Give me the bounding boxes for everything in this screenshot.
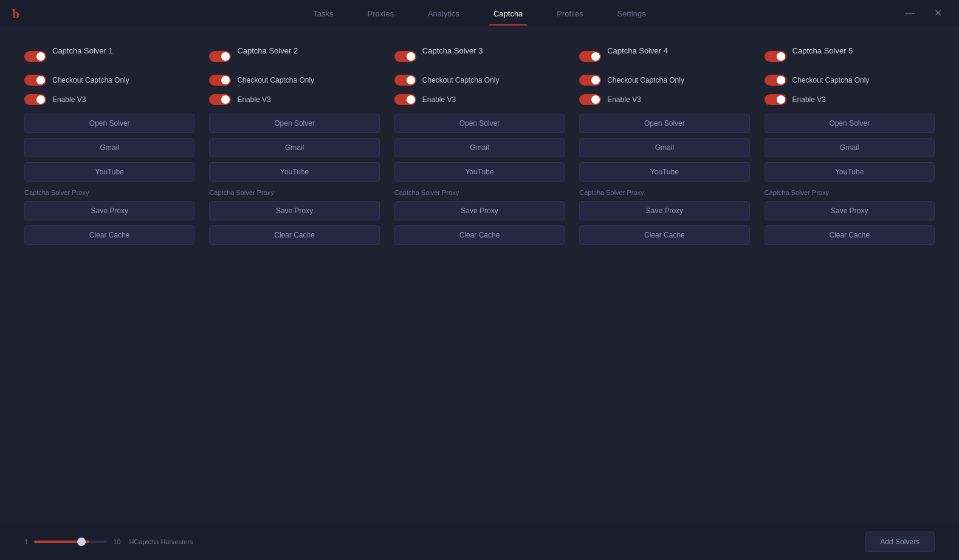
solver-2-v3-row: Enable V3: [209, 94, 379, 105]
slider-max-label: 10: [113, 538, 120, 545]
solver-4-checkout-row: Checkout Captcha Only: [579, 75, 749, 86]
solver-1-open-solver[interactable]: Open Solver: [24, 114, 194, 133]
tab-proxies[interactable]: Proxies: [351, 2, 411, 26]
solver-2-v3-toggle[interactable]: [209, 94, 231, 105]
solver-4-v3-row: Enable V3: [579, 94, 749, 105]
solver-column-2: Captcha Solver 2 Checkout Captcha Only E…: [209, 46, 379, 250]
solver-4-checkout-toggle[interactable]: [579, 75, 601, 86]
solver-3-main-toggle[interactable]: [394, 51, 416, 62]
solver-3-save-proxy[interactable]: Save Proxy: [394, 201, 565, 220]
solver-4-save-proxy[interactable]: Save Proxy: [579, 201, 749, 220]
solver-2-proxy-label: Captcha Solver Proxy: [209, 189, 379, 196]
solver-3-v3-toggle[interactable]: [394, 94, 416, 105]
solver-2-youtube[interactable]: YouTube: [209, 162, 379, 182]
solver-3-proxy-label: Captcha Solver Proxy: [394, 189, 565, 196]
solver-1-v3-row: Enable V3: [24, 94, 194, 105]
solver-4-v3-label: Enable V3: [607, 95, 641, 104]
bottom-bar: 1 10 HCaptcha Harvesters Add Solvers: [0, 524, 959, 560]
nav-tabs: Tasks Proxies Analytics Captcha Profiles…: [10, 2, 949, 26]
solver-3-checkout-toggle[interactable]: [394, 75, 416, 86]
solver-1-checkout-label: Checkout Captcha Only: [52, 76, 129, 84]
solver-3-title-row: Captcha Solver 3: [394, 46, 565, 66]
solvers-grid: Captcha Solver 1 Checkout Captcha Only E…: [24, 46, 935, 250]
hcaptcha-slider-container: 1 10 HCaptcha Harvesters: [24, 538, 193, 545]
solver-5-checkout-label: Checkout Captcha Only: [792, 76, 870, 84]
solver-1-proxy-label: Captcha Solver Proxy: [24, 189, 194, 196]
solver-2-title: Captcha Solver 2: [237, 46, 298, 55]
solver-4-clear-cache[interactable]: Clear Cache: [579, 225, 749, 245]
solver-3-v3-row: Enable V3: [394, 94, 565, 105]
solver-1-v3-label: Enable V3: [52, 95, 86, 104]
solver-2-open-solver[interactable]: Open Solver: [209, 114, 379, 133]
solver-5-main-toggle[interactable]: [765, 51, 786, 62]
solver-1-title-row: Captcha Solver 1: [24, 46, 194, 66]
solver-2-checkout-toggle[interactable]: [209, 75, 231, 86]
solver-5-open-solver[interactable]: Open Solver: [765, 114, 935, 133]
solver-5-gmail[interactable]: Gmail: [765, 138, 935, 157]
solver-3-checkout-label: Checkout Captcha Only: [422, 76, 500, 84]
solver-1-v3-toggle[interactable]: [24, 94, 46, 105]
tab-settings[interactable]: Settings: [600, 2, 663, 26]
solver-4-youtube[interactable]: YouTube: [579, 162, 749, 182]
hcaptcha-harvesters-label: HCaptcha Harvesters: [129, 538, 193, 545]
solver-3-checkout-row: Checkout Captcha Only: [394, 75, 565, 86]
solver-1-checkout-toggle[interactable]: [24, 75, 46, 86]
solver-2-save-proxy[interactable]: Save Proxy: [209, 201, 379, 220]
solver-5-save-proxy[interactable]: Save Proxy: [765, 201, 935, 220]
tab-captcha[interactable]: Captcha: [476, 2, 540, 26]
solver-4-gmail[interactable]: Gmail: [579, 138, 749, 157]
solver-3-title: Captcha Solver 3: [422, 46, 483, 55]
solver-3-youtube[interactable]: YouTube: [394, 162, 565, 182]
tab-tasks[interactable]: Tasks: [296, 2, 350, 26]
minimize-button[interactable]: —: [900, 6, 919, 21]
solver-4-title: Captcha Solver 4: [607, 46, 668, 55]
solver-2-clear-cache[interactable]: Clear Cache: [209, 225, 379, 245]
solver-3-open-solver[interactable]: Open Solver: [394, 114, 565, 133]
hcaptcha-slider[interactable]: [34, 541, 107, 543]
solver-4-proxy-label: Captcha Solver Proxy: [579, 189, 749, 196]
solver-1-checkout-row: Checkout Captcha Only: [24, 75, 194, 86]
titlebar-controls: — ✕: [900, 6, 947, 21]
solver-column-3: Captcha Solver 3 Checkout Captcha Only E…: [394, 46, 565, 250]
solver-column-1: Captcha Solver 1 Checkout Captcha Only E…: [24, 46, 194, 250]
solver-2-v3-label: Enable V3: [237, 95, 270, 104]
solver-column-4: Captcha Solver 4 Checkout Captcha Only E…: [579, 46, 749, 250]
solver-5-youtube[interactable]: YouTube: [765, 162, 935, 182]
solver-5-checkout-row: Checkout Captcha Only: [765, 75, 935, 86]
solver-2-checkout-row: Checkout Captcha Only: [209, 75, 379, 86]
solver-5-v3-toggle[interactable]: [765, 94, 786, 105]
solver-5-checkout-toggle[interactable]: [765, 75, 786, 86]
solver-1-main-toggle[interactable]: [24, 51, 46, 62]
tab-profiles[interactable]: Profiles: [540, 2, 600, 26]
solver-1-youtube[interactable]: YouTube: [24, 162, 194, 182]
main-content: Captcha Solver 1 Checkout Captcha Only E…: [0, 27, 959, 524]
solver-5-title: Captcha Solver 5: [792, 46, 853, 55]
solver-2-title-row: Captcha Solver 2: [209, 46, 379, 66]
titlebar: b Tasks Proxies Analytics Captcha Profil…: [0, 0, 959, 27]
solver-3-v3-label: Enable V3: [422, 95, 456, 104]
solver-2-main-toggle[interactable]: [209, 51, 231, 62]
solver-3-gmail[interactable]: Gmail: [394, 138, 565, 157]
add-solvers-button[interactable]: Add Solvers: [865, 531, 935, 552]
solver-4-title-row: Captcha Solver 4: [579, 46, 749, 66]
solver-1-clear-cache[interactable]: Clear Cache: [24, 225, 194, 245]
solver-5-v3-label: Enable V3: [792, 95, 826, 104]
solver-4-v3-toggle[interactable]: [579, 94, 601, 105]
solver-3-clear-cache[interactable]: Clear Cache: [394, 225, 565, 245]
solver-5-v3-row: Enable V3: [765, 94, 935, 105]
close-button[interactable]: ✕: [929, 6, 947, 21]
solver-column-5: Captcha Solver 5 Checkout Captcha Only E…: [765, 46, 935, 250]
tab-analytics[interactable]: Analytics: [411, 2, 476, 26]
solver-4-main-toggle[interactable]: [579, 51, 601, 62]
solver-5-title-row: Captcha Solver 5: [765, 46, 935, 66]
solver-2-gmail[interactable]: Gmail: [209, 138, 379, 157]
solver-1-save-proxy[interactable]: Save Proxy: [24, 201, 194, 220]
solver-1-title: Captcha Solver 1: [52, 46, 113, 55]
slider-min-label: 1: [24, 538, 28, 545]
solver-5-clear-cache[interactable]: Clear Cache: [765, 225, 935, 245]
solver-4-checkout-label: Checkout Captcha Only: [607, 76, 684, 84]
solver-2-checkout-label: Checkout Captcha Only: [237, 76, 314, 84]
solver-5-proxy-label: Captcha Solver Proxy: [765, 189, 935, 196]
solver-1-gmail[interactable]: Gmail: [24, 138, 194, 157]
solver-4-open-solver[interactable]: Open Solver: [579, 114, 749, 133]
